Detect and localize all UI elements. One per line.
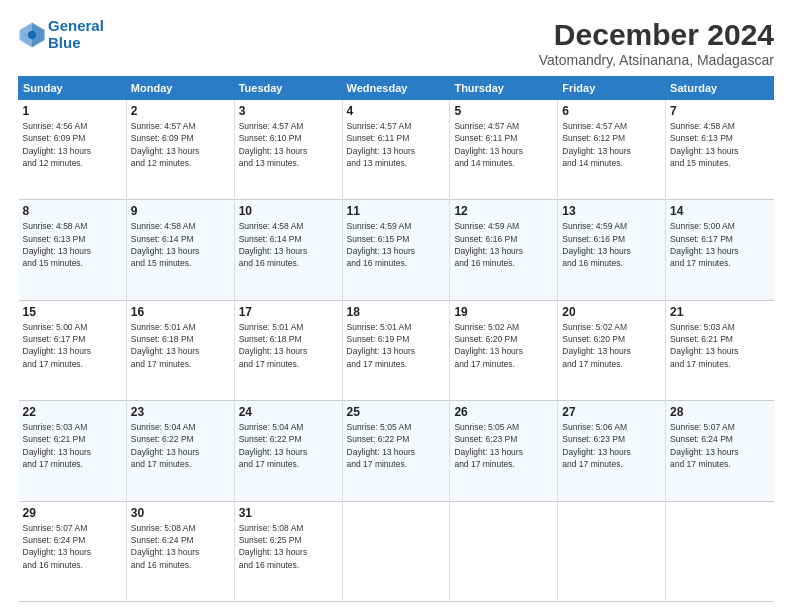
table-row: 30Sunrise: 5:08 AMSunset: 6:24 PMDayligh… xyxy=(126,501,234,601)
calendar-week-3: 15Sunrise: 5:00 AMSunset: 6:17 PMDayligh… xyxy=(19,300,774,400)
table-row: 15Sunrise: 5:00 AMSunset: 6:17 PMDayligh… xyxy=(19,300,127,400)
table-row: 9Sunrise: 4:58 AMSunset: 6:14 PMDaylight… xyxy=(126,200,234,300)
table-row: 23Sunrise: 5:04 AMSunset: 6:22 PMDayligh… xyxy=(126,401,234,501)
table-row: 27Sunrise: 5:06 AMSunset: 6:23 PMDayligh… xyxy=(558,401,666,501)
table-row: 11Sunrise: 4:59 AMSunset: 6:15 PMDayligh… xyxy=(342,200,450,300)
logo-icon xyxy=(18,21,46,49)
header: General Blue December 2024 Vatomandry, A… xyxy=(18,18,774,68)
calendar-body: 1Sunrise: 4:56 AMSunset: 6:09 PMDaylight… xyxy=(19,100,774,602)
weekday-header-row: Sunday Monday Tuesday Wednesday Thursday… xyxy=(19,77,774,100)
table-row: 17Sunrise: 5:01 AMSunset: 6:18 PMDayligh… xyxy=(234,300,342,400)
table-row: 20Sunrise: 5:02 AMSunset: 6:20 PMDayligh… xyxy=(558,300,666,400)
table-row: 26Sunrise: 5:05 AMSunset: 6:23 PMDayligh… xyxy=(450,401,558,501)
calendar-title: December 2024 xyxy=(539,18,774,52)
col-tuesday: Tuesday xyxy=(234,77,342,100)
table-row: 25Sunrise: 5:05 AMSunset: 6:22 PMDayligh… xyxy=(342,401,450,501)
calendar-week-5: 29Sunrise: 5:07 AMSunset: 6:24 PMDayligh… xyxy=(19,501,774,601)
table-row: 24Sunrise: 5:04 AMSunset: 6:22 PMDayligh… xyxy=(234,401,342,501)
table-row: 8Sunrise: 4:58 AMSunset: 6:13 PMDaylight… xyxy=(19,200,127,300)
logo: General Blue xyxy=(18,18,104,51)
title-block: December 2024 Vatomandry, Atsinanana, Ma… xyxy=(539,18,774,68)
table-row: 28Sunrise: 5:07 AMSunset: 6:24 PMDayligh… xyxy=(666,401,774,501)
col-wednesday: Wednesday xyxy=(342,77,450,100)
table-row: 19Sunrise: 5:02 AMSunset: 6:20 PMDayligh… xyxy=(450,300,558,400)
col-sunday: Sunday xyxy=(19,77,127,100)
calendar-table: Sunday Monday Tuesday Wednesday Thursday… xyxy=(18,76,774,602)
logo-text: General Blue xyxy=(48,18,104,51)
table-row: 16Sunrise: 5:01 AMSunset: 6:18 PMDayligh… xyxy=(126,300,234,400)
table-row: 14Sunrise: 5:00 AMSunset: 6:17 PMDayligh… xyxy=(666,200,774,300)
table-row: 13Sunrise: 4:59 AMSunset: 6:16 PMDayligh… xyxy=(558,200,666,300)
table-row: 12Sunrise: 4:59 AMSunset: 6:16 PMDayligh… xyxy=(450,200,558,300)
table-row: 5Sunrise: 4:57 AMSunset: 6:11 PMDaylight… xyxy=(450,100,558,200)
calendar-header: Sunday Monday Tuesday Wednesday Thursday… xyxy=(19,77,774,100)
col-friday: Friday xyxy=(558,77,666,100)
page: General Blue December 2024 Vatomandry, A… xyxy=(0,0,792,612)
col-thursday: Thursday xyxy=(450,77,558,100)
table-row xyxy=(342,501,450,601)
table-row: 31Sunrise: 5:08 AMSunset: 6:25 PMDayligh… xyxy=(234,501,342,601)
table-row: 1Sunrise: 4:56 AMSunset: 6:09 PMDaylight… xyxy=(19,100,127,200)
table-row xyxy=(666,501,774,601)
calendar-week-1: 1Sunrise: 4:56 AMSunset: 6:09 PMDaylight… xyxy=(19,100,774,200)
table-row: 10Sunrise: 4:58 AMSunset: 6:14 PMDayligh… xyxy=(234,200,342,300)
table-row: 7Sunrise: 4:58 AMSunset: 6:13 PMDaylight… xyxy=(666,100,774,200)
table-row: 18Sunrise: 5:01 AMSunset: 6:19 PMDayligh… xyxy=(342,300,450,400)
table-row: 2Sunrise: 4:57 AMSunset: 6:09 PMDaylight… xyxy=(126,100,234,200)
table-row: 3Sunrise: 4:57 AMSunset: 6:10 PMDaylight… xyxy=(234,100,342,200)
calendar-subtitle: Vatomandry, Atsinanana, Madagascar xyxy=(539,52,774,68)
table-row xyxy=(450,501,558,601)
calendar-week-4: 22Sunrise: 5:03 AMSunset: 6:21 PMDayligh… xyxy=(19,401,774,501)
table-row: 21Sunrise: 5:03 AMSunset: 6:21 PMDayligh… xyxy=(666,300,774,400)
table-row: 29Sunrise: 5:07 AMSunset: 6:24 PMDayligh… xyxy=(19,501,127,601)
col-saturday: Saturday xyxy=(666,77,774,100)
svg-point-3 xyxy=(28,30,36,38)
table-row: 4Sunrise: 4:57 AMSunset: 6:11 PMDaylight… xyxy=(342,100,450,200)
table-row: 6Sunrise: 4:57 AMSunset: 6:12 PMDaylight… xyxy=(558,100,666,200)
table-row xyxy=(558,501,666,601)
calendar-week-2: 8Sunrise: 4:58 AMSunset: 6:13 PMDaylight… xyxy=(19,200,774,300)
col-monday: Monday xyxy=(126,77,234,100)
table-row: 22Sunrise: 5:03 AMSunset: 6:21 PMDayligh… xyxy=(19,401,127,501)
